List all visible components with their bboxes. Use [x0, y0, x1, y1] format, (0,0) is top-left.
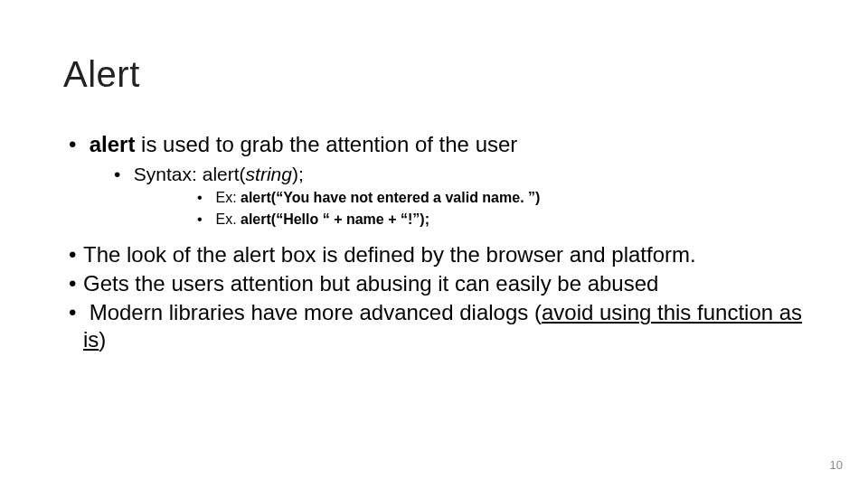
bullet-look: The look of the alert box is defined by …	[63, 241, 805, 268]
syntax-post: );	[292, 164, 304, 184]
bullet-attention: Gets the users attention but abusing it …	[63, 270, 805, 297]
bullet-bold: alert	[90, 132, 136, 156]
bullet-list: alert is used to grab the attention of t…	[63, 131, 805, 229]
modern-post: )	[99, 327, 106, 352]
ex2-code: alert(“Hello “ + name + “!”);	[241, 211, 429, 227]
ex1-pre: Ex:	[215, 190, 241, 205]
spacer	[63, 230, 805, 241]
bullet-example-2: Ex. alert(“Hello “ + name + “!”);	[192, 210, 805, 230]
slide-title: Alert	[63, 54, 805, 95]
slide: Alert alert is used to grab the attentio…	[0, 0, 868, 488]
bullet-example-1: Ex: alert(“You have not entered a valid …	[192, 188, 805, 208]
syntax-pre: Syntax: alert(	[134, 164, 246, 184]
bullet-modern: Modern libraries have more advanced dial…	[63, 299, 805, 353]
bullet-text: is used to grab the attention of the use…	[135, 132, 517, 156]
example-list: Ex: alert(“You have not entered a valid …	[192, 188, 805, 229]
bullet-alert-intro: alert is used to grab the attention of t…	[63, 131, 805, 229]
bullet-list-cont: The look of the alert box is defined by …	[63, 241, 805, 353]
page-number: 10	[830, 458, 843, 472]
ex1-code: alert(“You have not entered a valid name…	[241, 190, 540, 205]
modern-pre: Modern libraries have more advanced dial…	[90, 300, 542, 324]
syntax-param: string	[246, 164, 292, 184]
ex2-pre: Ex.	[215, 211, 241, 227]
bullet-syntax: Syntax: alert(string); Ex: alert(“You ha…	[108, 162, 805, 229]
sub-list: Syntax: alert(string); Ex: alert(“You ha…	[108, 162, 805, 229]
